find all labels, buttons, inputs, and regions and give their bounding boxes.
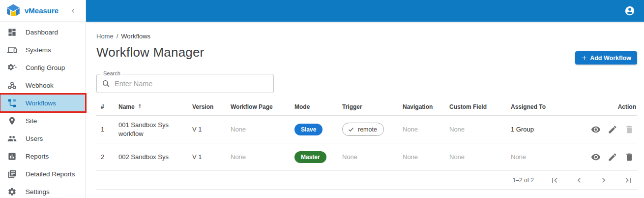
sidebar-item-workflows[interactable]: Workflows (0, 94, 86, 112)
sidebar-item-webhook[interactable]: Webhook (0, 76, 86, 94)
sidebar-header: vMeasure (0, 0, 86, 22)
sidebar-item-users[interactable]: Users (0, 130, 86, 147)
table-header-row: #NameVersionWorkflow PageModeTriggerNavi… (96, 98, 637, 116)
account-circle-icon (624, 5, 635, 16)
detailed-reports-icon (7, 169, 17, 179)
column-header-label: Action (618, 103, 636, 110)
view-button[interactable] (591, 125, 601, 134)
column-header-label: Mode (294, 103, 310, 110)
sidebar-item-label: Reports (26, 153, 49, 160)
vmeasure-logo-icon (6, 3, 21, 18)
name-cell: 002 Sandbox Sys (118, 153, 192, 162)
reports-icon (7, 152, 17, 161)
sort-ascending-icon (137, 103, 143, 111)
custom-field-cell: None (449, 126, 511, 133)
action-cell (588, 152, 637, 162)
custom-field-cell: None (449, 153, 511, 161)
sidebar-item-detailed-reports[interactable]: Detailed Reports (0, 165, 86, 183)
chevron-right-icon (599, 175, 609, 185)
row-actions (588, 152, 636, 162)
sidebar-collapse-button[interactable] (70, 7, 81, 14)
workflow-table: #NameVersionWorkflow PageModeTriggerNavi… (96, 98, 637, 171)
edit-button[interactable] (608, 125, 617, 134)
column-header-label: Workflow Page (231, 103, 273, 110)
column-header-version[interactable]: Version (192, 103, 231, 110)
column-header--[interactable]: # (96, 103, 118, 110)
sidebar-item-label: Site (26, 117, 37, 125)
column-header-custom-field[interactable]: Custom Field (449, 103, 511, 110)
version-cell: V 1 (192, 126, 231, 133)
mode-cell: Master (294, 151, 342, 163)
first-page-button[interactable] (549, 174, 560, 186)
last-page-button[interactable] (622, 174, 634, 186)
sidebar-item-label: Settings (26, 188, 50, 196)
breadcrumb-current: Workflows (121, 33, 150, 40)
sidebar-item-dashboard[interactable]: Dashboard (0, 23, 86, 41)
column-header-label: Version (192, 103, 213, 110)
sidebar-item-label: Users (26, 135, 43, 142)
sidebar-item-systems[interactable]: Systems (0, 41, 86, 59)
column-header-label: Name (118, 103, 135, 110)
chevron-left-icon (70, 7, 77, 14)
add-workflow-label: Add Workflow (590, 55, 631, 62)
workflows-icon (7, 99, 17, 108)
config-group-icon (7, 63, 17, 72)
users-icon (7, 134, 17, 143)
version-cell: V 1 (192, 153, 231, 161)
sidebar-item-config-group[interactable]: Config Group (0, 59, 86, 76)
page-title: Workflow Manager (96, 45, 637, 60)
column-header-label: # (101, 103, 104, 110)
column-header-action[interactable]: Action (588, 103, 637, 110)
search-input[interactable] (115, 80, 268, 88)
sidebar-item-site[interactable]: Site (0, 112, 86, 130)
next-page-button[interactable] (598, 174, 610, 186)
last-page-icon (623, 175, 633, 185)
name-cell: 001 Sandbox Sys workflow (118, 121, 192, 138)
breadcrumb: Home / Workflows (96, 33, 637, 40)
action-cell (588, 125, 637, 134)
delete-button[interactable] (624, 152, 634, 162)
sidebar-item-settings[interactable]: Settings (0, 183, 86, 198)
sidebar-item-reports[interactable]: Reports (0, 147, 86, 165)
column-header-label: Assigned To (511, 103, 546, 110)
sidebar-nav: Dashboard Systems Config Group Webhook W… (0, 22, 86, 198)
navigation-cell: None (403, 126, 449, 133)
row-number-cell: 2 (96, 153, 118, 161)
edit-button[interactable] (608, 152, 617, 162)
sidebar-item-label: Webhook (26, 82, 54, 89)
systems-icon (7, 45, 17, 55)
check-icon (348, 126, 354, 133)
first-page-icon (550, 175, 559, 185)
column-header-name[interactable]: Name (118, 103, 192, 111)
sidebar-item-label: Workflows (26, 99, 56, 107)
chevron-left-icon (574, 175, 584, 185)
column-header-mode[interactable]: Mode (294, 103, 342, 110)
column-header-trigger[interactable]: Trigger (342, 103, 403, 110)
navigation-cell: None (403, 153, 449, 161)
column-header-navigation[interactable]: Navigation (403, 103, 449, 110)
column-header-label: Navigation (403, 103, 433, 110)
row-actions (588, 125, 636, 134)
table-row: 1001 Sandbox Sys workflowV 1NoneSlaverem… (96, 116, 637, 143)
view-button[interactable] (591, 152, 601, 162)
content: Home / Workflows Workflow Manager Add Wo… (86, 22, 644, 190)
search-field: Search (96, 74, 274, 93)
column-header-assigned-to[interactable]: Assigned To (511, 103, 588, 110)
sidebar-item-label: Detailed Reports (26, 170, 75, 178)
webhook-icon (7, 81, 17, 90)
column-header-workflow-page[interactable]: Workflow Page (231, 103, 294, 110)
mode-badge: Slave (294, 124, 322, 135)
breadcrumb-home[interactable]: Home (96, 33, 114, 40)
detailed-reports-icon (7, 169, 17, 179)
table-row: 2002 Sandbox SysV 1NoneMasterNoneNoneNon… (96, 143, 637, 171)
webhook-icon (7, 81, 17, 90)
add-workflow-button[interactable]: Add Workflow (575, 51, 637, 65)
mode-badge: Master (294, 151, 326, 163)
search-box (96, 74, 274, 93)
previous-page-button[interactable] (573, 174, 585, 186)
pencil-icon (608, 152, 617, 162)
sort-ascending-icon (137, 103, 143, 109)
account-button[interactable] (624, 5, 635, 16)
trigger-chip[interactable]: remote (342, 123, 384, 136)
assigned-to-cell: None (511, 153, 588, 161)
